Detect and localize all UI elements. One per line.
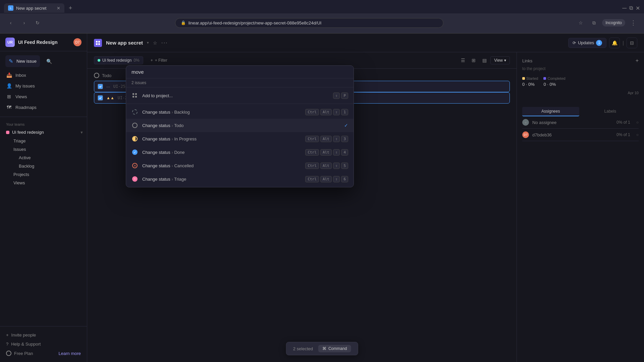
- context-item-label: Change status › In Progress: [142, 136, 197, 141]
- notification-button[interactable]: 🔔: [609, 38, 620, 48]
- new-issue-icon: ✎: [9, 58, 13, 64]
- context-item-label: Change status › Done: [142, 150, 185, 155]
- context-search-input[interactable]: [131, 69, 348, 75]
- sidebar-item-views[interactable]: ⊞ Views: [3, 91, 84, 102]
- sidebar-item-active[interactable]: Active: [4, 154, 87, 162]
- view-dropdown[interactable]: View ▾: [490, 56, 510, 64]
- issue-checkbox[interactable]: [98, 95, 103, 101]
- timeline-view-button[interactable]: ▤: [480, 56, 489, 65]
- my-issues-icon: 👤: [6, 83, 12, 89]
- context-menu: 2 issues Add to project... ⇧ P Change st…: [126, 65, 354, 187]
- links-placeholder: to the project: [522, 66, 639, 71]
- sidebar-item-triage[interactable]: Triage: [4, 137, 87, 145]
- add-link-button[interactable]: +: [636, 58, 639, 64]
- context-item-shortcut: CtrlAlt⇧6: [305, 176, 348, 182]
- active-tab[interactable]: L New app secret ✕: [4, 3, 64, 13]
- close-window-button[interactable]: ✕: [636, 5, 640, 11]
- date-marker: Apr 10: [522, 91, 639, 95]
- updates-count-badge: 1: [596, 40, 602, 46]
- address-bar[interactable]: 🔒 linear.app/ui-feed-redesign/project/ne…: [175, 18, 443, 28]
- view-chevron-icon: ▾: [504, 58, 506, 63]
- check-mark-icon: ✓: [344, 123, 348, 128]
- favorite-button[interactable]: ☆: [153, 40, 157, 46]
- reload-button[interactable]: ↻: [32, 17, 43, 28]
- sidebar-item-my-issues[interactable]: 👤 My issues: [3, 80, 84, 91]
- sidebar-item-inbox[interactable]: 📥 Inbox: [3, 70, 84, 80]
- priority-icon: ▲▲: [106, 96, 114, 100]
- sidebar-header: UR UI Feed Redesign D7: [0, 34, 87, 51]
- sidebar-bottom: + Invite people ? Help & Support Free Pl…: [0, 326, 87, 362]
- new-issue-button[interactable]: ✎ New issue: [5, 55, 40, 67]
- issue-id: UI-25: [113, 84, 125, 89]
- sidebar-item-roadmaps[interactable]: 🗺 Roadmaps: [3, 102, 84, 113]
- sidebar-item-backlog[interactable]: Backlog: [4, 162, 87, 170]
- team-item[interactable]: Ui feed redesign ▼: [0, 128, 87, 137]
- bottom-status-bar: 2 selected ⌘ Command: [286, 342, 358, 355]
- new-tab-button[interactable]: +: [66, 3, 75, 13]
- context-issues-count: 2 issues: [126, 78, 354, 87]
- context-item-status-todo[interactable]: Change status › Todo ✓: [126, 119, 354, 132]
- context-item-shortcut: CtrlAlt⇧5: [305, 163, 348, 169]
- context-item-status-triage[interactable]: ! Change status › Triage CtrlAlt⇧6: [126, 172, 354, 186]
- browser-nav: ‹ › ↻ 🔒 linear.app/ui-feed-redesign/proj…: [0, 13, 644, 32]
- context-item-label: Add to project...: [142, 93, 173, 98]
- started-value: 0 · 0%: [522, 82, 538, 87]
- sidebar-item-views-team[interactable]: Views: [4, 179, 87, 187]
- sidebar-item-issues[interactable]: Issues: [4, 145, 87, 154]
- user-avatar: D7: [73, 38, 82, 46]
- project-tag[interactable]: Ui feed redesign 0%: [94, 56, 143, 64]
- sidebar-item-projects[interactable]: Projects: [4, 170, 87, 179]
- stats-row: Started 0 · 0% Completed 0 · 0%: [522, 76, 639, 87]
- project-dropdown-icon[interactable]: ▾: [147, 41, 149, 45]
- links-section: Links + to the project: [522, 58, 639, 71]
- grid-view-button[interactable]: ⊞: [469, 56, 478, 65]
- forward-button[interactable]: ›: [19, 17, 30, 28]
- completed-dot: [543, 77, 546, 80]
- started-dot: [522, 77, 525, 80]
- list-item: ○ No assignee 0% of 1 ○: [522, 116, 639, 129]
- restore-button[interactable]: ⧉: [629, 5, 633, 11]
- context-item-label: Change status › Todo: [142, 123, 183, 128]
- done-status-icon: ✓: [131, 149, 138, 156]
- more-options-button[interactable]: ···: [161, 40, 168, 46]
- minimize-button[interactable]: ─: [622, 5, 627, 12]
- completed-value: 0 · 0%: [543, 82, 565, 87]
- shortcut-key: P: [341, 93, 348, 99]
- project-icon: [94, 39, 102, 47]
- list-item: D7 d7bdeb36 0% of 1 ○: [522, 129, 639, 141]
- todo-status-icon: [94, 73, 99, 78]
- updates-button[interactable]: ⟳ Updates 1: [568, 38, 606, 48]
- filter-button[interactable]: + + Filter: [147, 57, 171, 64]
- svg-rect-3: [98, 43, 100, 45]
- close-tab-button[interactable]: ✕: [57, 6, 60, 11]
- invite-people-button[interactable]: + Invite people: [3, 330, 84, 340]
- tab-assignees[interactable]: Assignees: [522, 107, 579, 116]
- priority-icon: ···: [106, 84, 110, 89]
- free-plan-section: Free Plan Learn more: [3, 349, 84, 358]
- tab-labels[interactable]: Labels: [582, 107, 639, 116]
- project-dot: [98, 59, 100, 62]
- list-view-button[interactable]: ☰: [458, 56, 468, 65]
- tab-favicon: L: [8, 5, 13, 11]
- back-button[interactable]: ‹: [5, 17, 16, 28]
- views-icon: ⊞: [6, 94, 12, 100]
- context-item-shortcut: ⇧ P: [333, 93, 348, 99]
- command-button[interactable]: ⌘ Command: [318, 345, 351, 352]
- extensions-button[interactable]: ⧉: [589, 17, 599, 28]
- layout-toggle-button[interactable]: ⊟: [627, 38, 637, 48]
- context-item-status-backlog[interactable]: Change status › Backlog CtrlAlt⇧1: [126, 105, 354, 119]
- bookmark-button[interactable]: ☆: [575, 17, 586, 28]
- divider-1: [0, 117, 87, 117]
- context-item-status-cancelled[interactable]: ✕ Change status › Cancelled CtrlAlt⇧5: [126, 159, 354, 172]
- stats-section: Started 0 · 0% Completed 0 · 0% Ap: [522, 76, 639, 99]
- project-title: New app secret: [106, 40, 143, 46]
- help-support-button[interactable]: ? Help & Support: [3, 340, 84, 349]
- search-button[interactable]: 🔍: [44, 56, 55, 67]
- context-item-add-to-project[interactable]: Add to project... ⇧ P: [126, 89, 354, 102]
- context-item-status-inprogress[interactable]: Change status › In Progress CtrlAlt⇧3: [126, 132, 354, 145]
- context-item-status-done[interactable]: ✓ Change status › Done CtrlAlt⇧4: [126, 145, 354, 159]
- context-item-label: Change status › Triage: [142, 177, 186, 182]
- learn-more-link[interactable]: Learn more: [59, 351, 81, 356]
- issue-checkbox[interactable]: [98, 84, 103, 89]
- browser-menu-button[interactable]: ⋮: [628, 17, 639, 28]
